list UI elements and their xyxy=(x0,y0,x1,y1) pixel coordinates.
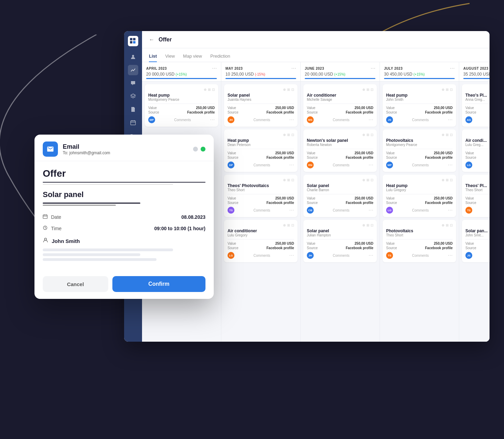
card-more[interactable]: ⋯ xyxy=(289,117,294,123)
card-comments: Comments xyxy=(412,163,429,167)
card-icon-delete[interactable]: ⊡ xyxy=(450,88,453,91)
card-more[interactable]: ⋯ xyxy=(448,207,453,213)
card-3-0[interactable]: ⊕ ⊞ ⊡ Heat pump John Smith Value250,00 U… xyxy=(383,84,456,127)
card-more[interactable]: ⋯ xyxy=(210,117,215,123)
column-more-1[interactable]: ⋯ xyxy=(291,66,296,71)
card-field-source: Source... xyxy=(465,110,490,114)
column-more-3[interactable]: ⋯ xyxy=(450,66,455,71)
card-more[interactable]: ⋯ xyxy=(289,207,294,213)
sidebar-item-chart[interactable] xyxy=(128,65,138,75)
card-more[interactable]: ⋯ xyxy=(369,207,373,213)
card-icon-copy[interactable]: ⊕ xyxy=(442,88,444,91)
card-more[interactable]: ⋯ xyxy=(448,253,453,258)
card-icon-delete[interactable]: ⊡ xyxy=(291,178,294,182)
card-footer: TS Comments ⋯ xyxy=(228,207,294,214)
card-3-3[interactable]: ⊕ ⊞ ⊡ Photovoltaics Theo Short Value250,… xyxy=(383,220,456,262)
tab-list[interactable]: List xyxy=(149,51,157,62)
card-icon-edit[interactable]: ⊞ xyxy=(366,88,369,91)
card-icon-delete[interactable]: ⊡ xyxy=(291,223,294,227)
card-icon-delete[interactable]: ⊡ xyxy=(291,133,294,137)
card-icon-copy[interactable]: ⊕ xyxy=(442,178,444,182)
card-icon-copy[interactable]: ⊕ xyxy=(204,88,206,91)
card-more[interactable]: ⋯ xyxy=(448,162,453,168)
sidebar-logo[interactable] xyxy=(128,36,138,46)
card-icon-delete[interactable]: ⊡ xyxy=(371,178,373,182)
card-2-2[interactable]: ⊕ ⊞ ⊡ Solar panel Charlie Barron Value25… xyxy=(303,175,377,217)
card-1-3[interactable]: ⊕ ⊞ ⊡ Air conditioner Lulu Gregory Value… xyxy=(224,220,298,262)
card-icon-copy[interactable]: ⊕ xyxy=(283,133,286,137)
card-icon-copy[interactable]: ⊕ xyxy=(442,133,444,137)
card-1-1[interactable]: ⊕ ⊞ ⊡ Heat pump Dean Peterson Value250,0… xyxy=(224,129,298,172)
card-icon-edit[interactable]: ⊞ xyxy=(366,178,369,182)
sidebar-item-calendar[interactable] xyxy=(128,117,138,128)
card-divider xyxy=(386,194,453,194)
card-2-0[interactable]: ⊕ ⊞ ⊡ Air conditioner Michelle Savage Va… xyxy=(303,84,377,127)
card-4-2[interactable]: ⊕ ⊞ ⊡ Theos' Pl... Theo Short Value250,0… xyxy=(462,175,490,217)
card-icon-delete[interactable]: ⊡ xyxy=(291,88,294,91)
card-more[interactable]: ⋯ xyxy=(289,162,294,168)
tab-map[interactable]: Map view xyxy=(183,51,202,62)
cancel-button[interactable]: Cancel xyxy=(43,276,108,292)
card-title: Air conditioner xyxy=(307,93,373,98)
card-icon-copy[interactable]: ⊕ xyxy=(362,223,365,227)
card-more[interactable]: ⋯ xyxy=(369,117,373,123)
card-icon-edit[interactable]: ⊞ xyxy=(287,178,290,182)
card-field-source: Source... xyxy=(465,156,490,159)
card-icon-edit[interactable]: ⊞ xyxy=(446,88,448,91)
modal-body: Offer Solar panel Date 08.08.2023 Time 0… xyxy=(34,161,214,271)
tab-view[interactable]: View xyxy=(165,51,175,62)
column-more-2[interactable]: ⋯ xyxy=(371,66,375,71)
card-field-value: Value250,00 USD xyxy=(386,106,453,110)
card-icon-edit[interactable]: ⊞ xyxy=(446,133,448,137)
card-more[interactable]: ⋯ xyxy=(448,117,453,123)
card-icon-edit[interactable]: ⊞ xyxy=(366,223,369,227)
card-icon-copy[interactable]: ⊕ xyxy=(362,88,365,91)
card-icon-copy[interactable]: ⊕ xyxy=(283,88,286,91)
confirm-button[interactable]: Confirm xyxy=(112,276,205,292)
column-cards-3: ⊕ ⊞ ⊡ Heat pump John Smith Value250,00 U… xyxy=(380,81,459,342)
card-4-0[interactable]: ⊕ ⊞ ⊡ Theo's Pl... Anna Greg... Value250… xyxy=(462,84,490,127)
sidebar-item-layers[interactable] xyxy=(128,91,138,101)
card-header: ⊕ ⊞ ⊡ xyxy=(386,223,453,227)
card-2-1[interactable]: ⊕ ⊞ ⊡ Newton's solar panel Roberta Newto… xyxy=(303,129,377,172)
card-icon-edit[interactable]: ⊞ xyxy=(208,88,211,91)
card-icon-delete[interactable]: ⊡ xyxy=(450,178,453,182)
card-icon-delete[interactable]: ⊡ xyxy=(212,88,215,91)
card-more[interactable]: ⋯ xyxy=(369,162,373,168)
card-icon-edit[interactable]: ⊞ xyxy=(446,178,448,182)
card-icon-delete[interactable]: ⊡ xyxy=(450,223,453,227)
card-icon-delete[interactable]: ⊡ xyxy=(371,223,373,227)
card-subtitle: Anna Greg... xyxy=(465,98,490,101)
card-header: ⊕ ⊞ ⊡ xyxy=(307,178,373,182)
column-more-0[interactable]: ⋯ xyxy=(212,66,217,71)
card-4-3[interactable]: ⊕ ⊞ ⊡ Solar pan... John Smit... Value250… xyxy=(462,220,490,262)
back-button[interactable]: ← xyxy=(149,37,154,43)
card-icon-copy[interactable]: ⊕ xyxy=(442,223,444,227)
card-icon-edit[interactable]: ⊞ xyxy=(287,223,290,227)
sidebar-item-people[interactable] xyxy=(128,52,138,62)
card-icon-copy[interactable]: ⊕ xyxy=(362,133,365,137)
card-icon-copy[interactable]: ⊕ xyxy=(362,178,365,182)
card-more[interactable]: ⋯ xyxy=(289,253,294,258)
card-icon-delete[interactable]: ⊡ xyxy=(371,133,373,137)
card-3-1[interactable]: ⊕ ⊞ ⊡ Photovoltaics Montgomery Pearce Va… xyxy=(383,129,456,172)
date-label: Date xyxy=(51,214,61,220)
card-icon-copy[interactable]: ⊕ xyxy=(283,223,286,227)
card-icon-delete[interactable]: ⊡ xyxy=(450,133,453,137)
card-icon-edit[interactable]: ⊞ xyxy=(446,223,448,227)
card-icon-edit[interactable]: ⊞ xyxy=(287,133,290,137)
card-4-1[interactable]: ⊕ ⊞ ⊡ Air condi... Lulu Greg... Value250… xyxy=(462,129,490,172)
sidebar-item-doc[interactable] xyxy=(128,104,138,115)
card-more[interactable]: ⋯ xyxy=(369,253,373,258)
sidebar-item-chat[interactable] xyxy=(128,78,138,88)
card-1-0[interactable]: ⊕ ⊞ ⊡ Solar panel Juanita Haynes Value25… xyxy=(224,84,298,127)
card-2-3[interactable]: ⊕ ⊞ ⊡ Solar panel Julian Hampton Value25… xyxy=(303,220,377,262)
card-1-2[interactable]: ⊕ ⊞ ⊡ Theos' Photovoltaics Theo Short Va… xyxy=(224,175,298,217)
card-icon-edit[interactable]: ⊞ xyxy=(366,133,369,137)
card-0-0[interactable]: ⊕ ⊞ ⊡ Heat pump Montgomery Pearce Value2… xyxy=(145,84,218,127)
card-icon-delete[interactable]: ⊡ xyxy=(371,88,373,91)
card-3-2[interactable]: ⊕ ⊞ ⊡ Heat pump Lulu Gregory Value250,00… xyxy=(383,175,456,217)
tab-prediction[interactable]: Prediction xyxy=(210,51,230,62)
card-icon-copy[interactable]: ⊕ xyxy=(283,178,286,182)
card-icon-edit[interactable]: ⊞ xyxy=(287,88,290,91)
